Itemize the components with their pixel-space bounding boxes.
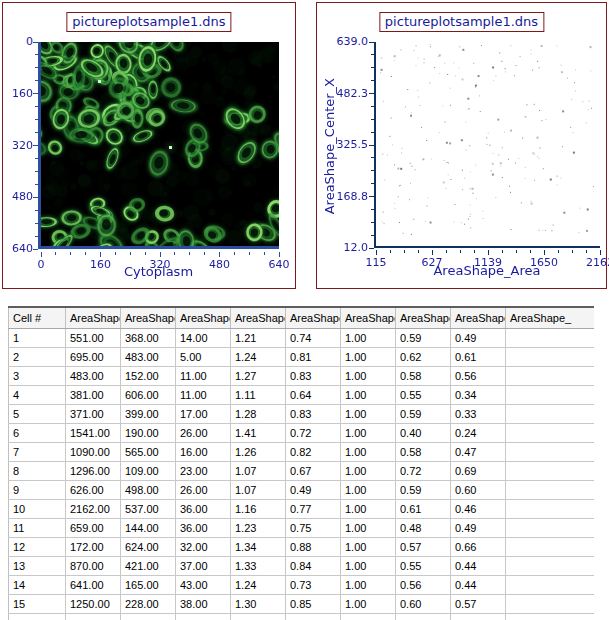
table-cell[interactable]: 15 — [9, 594, 66, 613]
table-cell[interactable]: 2 — [9, 347, 66, 366]
table-cell[interactable]: 0.66 — [451, 537, 506, 556]
table-cell[interactable]: 421.00 — [121, 556, 176, 575]
table-cell[interactable]: 483.00 — [121, 347, 176, 366]
table-cell[interactable]: 0.56 — [396, 575, 451, 594]
table-cell[interactable]: 0.60 — [396, 594, 451, 613]
table-column-header[interactable]: AreaShape_ — [396, 308, 451, 328]
table-cell[interactable] — [506, 480, 595, 499]
table-cell[interactable]: 368.00 — [121, 328, 176, 347]
table-cell[interactable]: 11.00 — [176, 366, 231, 385]
table-cell[interactable]: 26.00 — [176, 480, 231, 499]
table-row[interactable]: 5371.00399.0017.001.280.831.000.590.33 — [9, 404, 595, 423]
table-row[interactable]: 61541.00190.0026.001.410.721.000.400.24 — [9, 423, 595, 442]
table-cell[interactable]: 0.24 — [451, 423, 506, 442]
table-cell[interactable] — [506, 518, 595, 537]
table-cell[interactable]: 0.49 — [451, 328, 506, 347]
table-column-header[interactable]: Cell # — [9, 308, 66, 328]
table-cell[interactable] — [506, 461, 595, 480]
table-row[interactable]: 11659.00144.0036.001.230.751.000.480.49 — [9, 518, 595, 537]
table-cell[interactable] — [121, 613, 176, 620]
table-cell[interactable]: 10 — [9, 499, 66, 518]
table-cell[interactable]: 1541.00 — [66, 423, 121, 442]
table-cell[interactable]: 0.34 — [451, 385, 506, 404]
table-cell[interactable]: 0.67 — [286, 461, 341, 480]
table-cell[interactable]: 0.46 — [451, 499, 506, 518]
table-cell[interactable]: 1.00 — [341, 404, 396, 423]
table-row[interactable]: 1551.00368.0014.001.210.741.000.590.49 — [9, 328, 595, 347]
table-cell[interactable]: 0.85 — [286, 594, 341, 613]
table-cell[interactable] — [506, 328, 595, 347]
table-cell[interactable]: 190.00 — [121, 423, 176, 442]
table-cell[interactable]: 17.00 — [176, 404, 231, 423]
table-cell[interactable]: 1.00 — [341, 480, 396, 499]
table-cell[interactable]: 1.27 — [231, 366, 286, 385]
table-cell[interactable]: 43.00 — [176, 575, 231, 594]
table-column-header[interactable]: AreaShape_ — [231, 308, 286, 328]
table-cell[interactable]: 659.00 — [66, 518, 121, 537]
table-cell[interactable] — [66, 613, 121, 620]
table-column-header[interactable]: AreaShape_ — [121, 308, 176, 328]
table-cell[interactable]: 695.00 — [66, 347, 121, 366]
table-cell[interactable]: 109.00 — [121, 461, 176, 480]
table-cell[interactable] — [506, 556, 595, 575]
table-cell[interactable]: 36.00 — [176, 518, 231, 537]
table-cell[interactable] — [506, 442, 595, 461]
table-cell[interactable]: 4 — [9, 385, 66, 404]
table-cell[interactable]: 0.44 — [451, 556, 506, 575]
table-cell[interactable]: 2162.00 — [66, 499, 121, 518]
table-row[interactable]: 9626.00498.0026.001.070.491.000.590.60 — [9, 480, 595, 499]
table-cell[interactable] — [506, 404, 595, 423]
table-cell[interactable]: 1.00 — [341, 518, 396, 537]
table-cell[interactable]: 399.00 — [121, 404, 176, 423]
table-cell[interactable]: 381.00 — [66, 385, 121, 404]
table-cell[interactable]: 0.72 — [286, 423, 341, 442]
table-cell[interactable]: 1.16 — [231, 499, 286, 518]
table-cell[interactable]: 9 — [9, 480, 66, 499]
table-cell[interactable]: 7 — [9, 442, 66, 461]
table-cell[interactable]: 0.84 — [286, 556, 341, 575]
table-cell[interactable]: 537.00 — [121, 499, 176, 518]
table-row[interactable]: 13870.00421.0037.001.330.841.000.550.44 — [9, 556, 595, 575]
table-cell[interactable]: 5 — [9, 404, 66, 423]
table-cell[interactable]: 16.00 — [176, 442, 231, 461]
table-cell[interactable]: 0.61 — [396, 499, 451, 518]
table-cell[interactable]: 0.59 — [396, 328, 451, 347]
table-cell[interactable]: 5.00 — [176, 347, 231, 366]
table-cell[interactable]: 870.00 — [66, 556, 121, 575]
table-row[interactable]: 81296.00109.0023.001.070.671.000.720.69 — [9, 461, 595, 480]
table-cell[interactable]: 1.00 — [341, 556, 396, 575]
table-cell[interactable]: 6 — [9, 423, 66, 442]
table-cell[interactable]: 0.49 — [286, 480, 341, 499]
table-cell[interactable]: 1.28 — [231, 404, 286, 423]
table-cell[interactable]: 1.34 — [231, 537, 286, 556]
table-cell[interactable]: 1 — [9, 328, 66, 347]
table-cell[interactable]: 0.74 — [286, 328, 341, 347]
table-cell[interactable]: 0.88 — [286, 537, 341, 556]
table-cell[interactable]: 1090.00 — [66, 442, 121, 461]
table-cell[interactable]: 0.59 — [396, 404, 451, 423]
table-cell[interactable]: 165.00 — [121, 575, 176, 594]
table-cell[interactable]: 11.00 — [176, 385, 231, 404]
table-cell[interactable]: 483.00 — [66, 366, 121, 385]
table-cell[interactable] — [506, 423, 595, 442]
table-cell[interactable]: 1.00 — [341, 537, 396, 556]
table-cell[interactable]: 0.83 — [286, 366, 341, 385]
table-cell[interactable]: 11 — [9, 518, 66, 537]
table-cell[interactable]: 1.30 — [231, 594, 286, 613]
table-column-header[interactable]: AreaShape_ — [286, 308, 341, 328]
table-cell[interactable] — [506, 613, 595, 620]
cytoplasm-image[interactable] — [41, 42, 279, 246]
table-row[interactable]: 2695.00483.005.001.240.811.000.620.61 — [9, 347, 595, 366]
table-cell[interactable]: 1.11 — [231, 385, 286, 404]
table-cell[interactable]: 0.55 — [396, 385, 451, 404]
table-cell[interactable]: 1.24 — [231, 575, 286, 594]
table-cell[interactable]: 8 — [9, 461, 66, 480]
table-cell[interactable] — [506, 594, 595, 613]
table-cell[interactable]: 3 — [9, 366, 66, 385]
table-cell[interactable] — [506, 537, 595, 556]
table-cell[interactable]: 0.77 — [286, 499, 341, 518]
table-cell[interactable]: 38.00 — [176, 594, 231, 613]
table-cell[interactable]: 1.00 — [341, 328, 396, 347]
table-cell[interactable]: 0.57 — [396, 537, 451, 556]
table-cell[interactable]: 1.07 — [231, 461, 286, 480]
